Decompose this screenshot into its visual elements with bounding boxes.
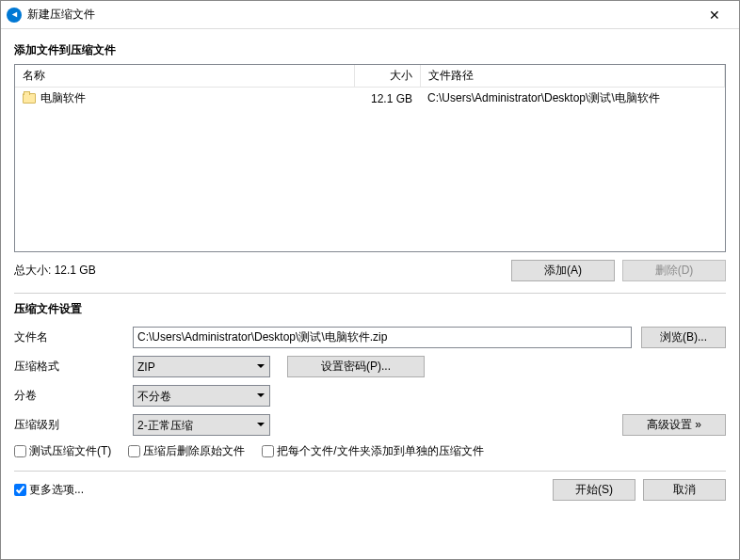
set-password-button[interactable]: 设置密码(P)... — [287, 356, 425, 377]
total-size-label: 总大小: 12.1 GB — [14, 263, 511, 279]
separate-archives-checkbox[interactable]: 把每个文件/文件夹添加到单独的压缩文件 — [262, 443, 483, 459]
test-checkbox[interactable]: 测试压缩文件(T) — [14, 443, 111, 459]
start-button[interactable]: 开始(S) — [553, 479, 635, 501]
divider — [14, 293, 726, 294]
col-name[interactable]: 名称 — [15, 65, 354, 88]
delete-button: 删除(D) — [622, 260, 726, 281]
filename-label: 文件名 — [14, 329, 133, 345]
more-options-checkbox[interactable]: 更多选项... — [14, 482, 84, 498]
split-select[interactable]: 不分卷 — [133, 385, 270, 407]
app-icon — [7, 8, 22, 23]
col-size[interactable]: 大小 — [354, 65, 420, 88]
row-name: 电脑软件 — [40, 91, 86, 104]
section-add-files-title: 添加文件到压缩文件 — [14, 42, 726, 58]
col-path[interactable]: 文件路径 — [420, 65, 725, 88]
level-label: 压缩级别 — [14, 417, 133, 433]
cancel-button[interactable]: 取消 — [643, 479, 726, 501]
format-select[interactable]: ZIP — [133, 356, 270, 377]
row-size: 12.1 GB — [354, 88, 420, 110]
format-label: 压缩格式 — [14, 359, 133, 375]
window-title: 新建压缩文件 — [27, 7, 696, 23]
table-row[interactable]: 电脑软件 12.1 GB C:\Users\Administrator\Desk… — [15, 88, 725, 110]
split-label: 分卷 — [14, 388, 133, 404]
browse-button[interactable]: 浏览(B)... — [641, 327, 726, 348]
level-select[interactable]: 2-正常压缩 — [133, 414, 270, 436]
file-list[interactable]: 名称 大小 文件路径 电脑软件 12.1 GB C:\Users\Adminis… — [14, 64, 726, 252]
close-button[interactable]: ✕ — [696, 2, 733, 28]
folder-icon — [23, 93, 36, 104]
delete-after-checkbox[interactable]: 压缩后删除原始文件 — [128, 443, 245, 459]
filename-input[interactable] — [133, 327, 632, 348]
advanced-settings-button[interactable]: 高级设置 » — [622, 414, 726, 436]
add-button[interactable]: 添加(A) — [511, 260, 615, 281]
row-path: C:\Users\Administrator\Desktop\测试\电脑软件 — [420, 88, 725, 110]
divider — [14, 471, 726, 472]
section-settings-title: 压缩文件设置 — [14, 301, 726, 317]
